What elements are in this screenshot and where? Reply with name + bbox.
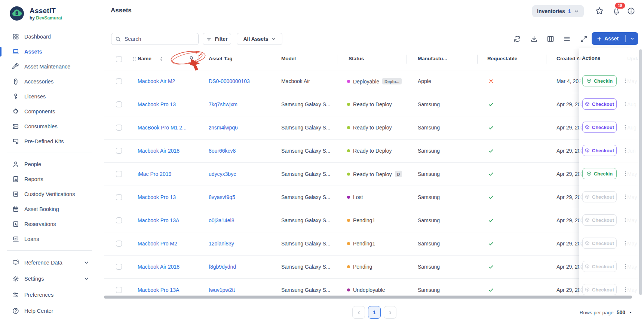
row-checkbox[interactable]: [116, 125, 122, 131]
sidebar-item-asset-booking[interactable]: Asset Booking: [0, 202, 99, 217]
asset-tag-link[interactable]: o0j3a14el8: [209, 217, 234, 223]
row-menu-icon[interactable]: [622, 287, 628, 293]
rows-per-page-dropdown[interactable]: Rows per page 500: [580, 309, 633, 315]
sidebar-item-reservations[interactable]: Reservations: [0, 217, 99, 232]
row-density-icon[interactable]: [563, 35, 571, 43]
sidebar-item-settings[interactable]: Settings: [0, 271, 99, 287]
asset-name-link[interactable]: Macbook Air 2018: [138, 264, 180, 270]
checkout-button[interactable]: Checkout: [582, 238, 617, 249]
page-1-button[interactable]: 1: [368, 306, 381, 319]
checkout-button[interactable]: Checkout: [582, 284, 617, 295]
sort-icon[interactable]: [159, 56, 164, 62]
asset-name-link[interactable]: Macbook Air 2018: [138, 148, 180, 154]
row-menu-icon[interactable]: [622, 217, 628, 223]
asset-scope-dropdown[interactable]: All Assets: [237, 33, 282, 45]
asset-name-link[interactable]: Macbook Pro 13A: [138, 287, 179, 293]
asset-name-link[interactable]: MacBook Pro M1 2...: [138, 125, 187, 131]
checkin-button[interactable]: Checkin: [582, 75, 617, 86]
vertical-scrollbar[interactable]: [639, 49, 642, 295]
sidebar-item-components[interactable]: Components: [0, 104, 99, 119]
sidebar-item-reports[interactable]: Reports: [0, 172, 99, 187]
asset-name-link[interactable]: Macbook Pro M2: [138, 241, 177, 247]
prev-page-button[interactable]: [352, 306, 365, 319]
download-icon[interactable]: [530, 35, 538, 43]
asset-tag-link[interactable]: 8vyasvf9q5: [209, 194, 235, 200]
sidebar-item-label: Preferences: [24, 292, 53, 298]
asset-tag-link[interactable]: 8our66kcv8: [209, 148, 236, 154]
asset-tag-link[interactable]: DS0-0000000103: [209, 78, 250, 84]
info-icon[interactable]: [627, 7, 635, 15]
column-header-status[interactable]: Status: [349, 56, 364, 61]
filter-button[interactable]: Filter: [203, 33, 231, 45]
row-menu-icon[interactable]: [622, 263, 628, 269]
column-header-model[interactable]: Model: [281, 56, 296, 61]
checkout-button[interactable]: Checkout: [582, 98, 617, 110]
checkout-button[interactable]: Checkout: [582, 122, 617, 133]
row-checkbox[interactable]: [116, 241, 122, 247]
columns-icon[interactable]: [547, 35, 554, 43]
add-asset-button[interactable]: Asset: [592, 32, 638, 45]
row-checkbox[interactable]: [116, 78, 122, 84]
asset-name-link[interactable]: Macbook Air M2: [138, 78, 175, 84]
inventories-button[interactable]: Inventories 1: [532, 5, 584, 17]
sidebar-item-consumables[interactable]: Consumables: [0, 119, 99, 134]
horizontal-scrollbar[interactable]: [104, 296, 632, 299]
sidebar-item-reference-data[interactable]: Reference Data: [0, 254, 99, 271]
row-checkbox[interactable]: [116, 264, 122, 270]
row-checkbox[interactable]: [116, 194, 122, 200]
expand-icon[interactable]: [580, 35, 588, 43]
sidebar-item-pre-defined-kits[interactable]: Pre-Defined Kits: [0, 134, 99, 149]
star-icon[interactable]: [595, 7, 604, 15]
checkout-button[interactable]: Checkout: [582, 191, 617, 202]
asset-tag-link[interactable]: znsm4iwpq6: [209, 125, 238, 131]
column-header-manufacturer[interactable]: Manufactu...: [418, 56, 447, 61]
asset-name-link[interactable]: Macbook Pro 13A: [138, 217, 179, 223]
search-input[interactable]: [124, 36, 194, 42]
sidebar-item-accessories[interactable]: Accessories: [0, 74, 99, 89]
sidebar-item-dashboard[interactable]: Dashboard: [0, 29, 99, 44]
sidebar-item-loans[interactable]: Loans: [0, 232, 99, 247]
row-menu-icon[interactable]: [622, 147, 628, 153]
asset-tag-link[interactable]: 7kq7shwjxm: [209, 101, 237, 107]
checkin-button[interactable]: Checkin: [582, 168, 617, 179]
row-menu-icon[interactable]: [622, 101, 628, 107]
asset-name-link[interactable]: Macbook Pro 13: [138, 101, 176, 107]
pin-column-icon[interactable]: [188, 56, 194, 62]
checkout-button[interactable]: Checkout: [582, 145, 617, 156]
sidebar-item-assets[interactable]: Assets: [0, 44, 99, 59]
column-header-name[interactable]: Name: [138, 56, 151, 61]
asset-tag-link[interactable]: 12oiani83y: [209, 241, 234, 247]
row-checkbox[interactable]: [116, 148, 122, 154]
row-checkbox[interactable]: [116, 171, 122, 177]
sidebar-item-people[interactable]: People: [0, 157, 99, 172]
asset-tag-link[interactable]: f8gb9dydnd: [209, 264, 236, 270]
next-page-button[interactable]: [384, 306, 396, 319]
sidebar-item-licenses[interactable]: Licenses: [0, 89, 99, 104]
refresh-icon[interactable]: [513, 35, 521, 43]
search-input-wrap[interactable]: [111, 33, 199, 45]
row-menu-icon[interactable]: [622, 240, 628, 246]
sidebar-item-asset-maintenance[interactable]: Asset Maintenance: [0, 59, 99, 74]
sidebar-item-help-center[interactable]: Help Center: [0, 303, 99, 319]
row-checkbox[interactable]: [116, 217, 122, 223]
row-menu-icon[interactable]: [622, 124, 628, 130]
row-menu-icon[interactable]: [622, 194, 628, 200]
asset-tag-link[interactable]: udycyx3byc: [209, 171, 236, 177]
drag-handle-icon[interactable]: [132, 56, 137, 62]
sidebar-item-preferences[interactable]: Preferences: [0, 287, 99, 303]
add-asset-menu-icon[interactable]: [630, 36, 635, 41]
column-header-created[interactable]: Created At: [556, 56, 582, 61]
select-all-checkbox[interactable]: [116, 56, 122, 62]
row-menu-icon[interactable]: [622, 78, 628, 84]
asset-name-link[interactable]: Macbook Pro 13: [138, 194, 176, 200]
column-header-asset-tag[interactable]: Asset Tag: [209, 56, 233, 61]
column-header-requestable[interactable]: Requestable: [487, 56, 517, 61]
asset-name-link[interactable]: iMac Pro 2019: [138, 171, 171, 177]
row-checkbox[interactable]: [116, 287, 122, 293]
asset-tag-link[interactable]: fwuv1pw2tt: [209, 287, 235, 293]
checkout-button[interactable]: Checkout: [582, 261, 617, 272]
sidebar-item-custody-verifications[interactable]: Custody Verifications: [0, 187, 99, 202]
checkout-button[interactable]: Checkout: [582, 214, 617, 226]
row-checkbox[interactable]: [116, 101, 122, 107]
row-menu-icon[interactable]: [622, 171, 628, 177]
